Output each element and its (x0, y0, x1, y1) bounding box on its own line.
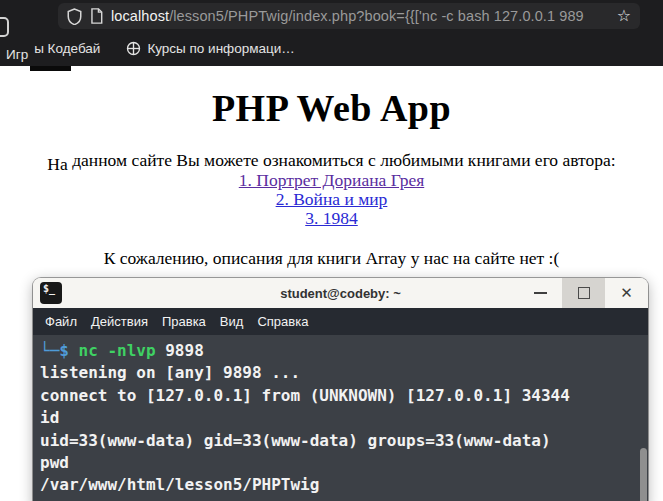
close-button[interactable]: ✕ (605, 278, 648, 308)
bookmark-label-part: ы Кодебай (34, 41, 100, 56)
url-bar[interactable]: localhost/lesson5/PHPTwig/index.php?book… (58, 3, 640, 29)
page-title: PHP Web App (0, 86, 663, 130)
intro-rest: данном сайте Вы можете ознакомиться с лю… (68, 150, 616, 170)
terminal-titlebar[interactable]: $_ student@codeby: ~ ✕ (33, 278, 648, 308)
web-page: PHP Web App На данном сайте Вы можете оз… (0, 66, 663, 269)
page-icon[interactable] (90, 8, 103, 24)
terminal-line: ^c (40, 497, 648, 501)
book-link-1[interactable]: 1. Портрет Дориана Грея (0, 171, 663, 190)
terminal-output: └─$ nc -nlvp 9898listening on [any] 9898… (33, 335, 648, 501)
globe-icon (126, 41, 141, 56)
intro-text: На данном сайте Вы можете ознакомиться с… (0, 151, 663, 170)
minimize-button[interactable] (519, 278, 562, 308)
menu-item-1[interactable]: Файл (38, 314, 84, 329)
browser-chrome: localhost/lesson5/PHPTwig/index.php?book… (0, 0, 663, 66)
terminal-app-icon: $_ (40, 282, 62, 304)
url-text[interactable]: localhost/lesson5/PHPTwig/index.php?book… (111, 8, 609, 24)
bookmark-item-courses[interactable]: Курсы по информаци… (126, 41, 294, 56)
error-message: К сожалению, описания для книги Array у … (0, 248, 663, 269)
terminal-line: uid=33(www-data) gid=33(www-data) groups… (40, 430, 648, 452)
menu-item-5[interactable]: Справка (250, 314, 315, 329)
maximize-icon (578, 287, 590, 299)
bookmark-label: Курсы по информаци… (147, 41, 294, 56)
url-path: /lesson5/PHPTwig/index.php?book={{['nc -… (169, 8, 584, 24)
book-link-2[interactable]: 2. Война и мир (0, 190, 663, 209)
minimize-icon (534, 292, 547, 294)
bookmarks-bar: Игры Кодебай Курсы по информаци… (0, 35, 663, 61)
terminal-line: id (40, 407, 648, 429)
window-controls: ✕ (519, 278, 648, 308)
menu-item-4[interactable]: Вид (213, 314, 251, 329)
url-host: localhost (111, 8, 169, 24)
terminal-line: pwd (40, 452, 648, 474)
intro-first-word: На (47, 155, 67, 174)
terminal-line: listening on [any] 9898 ... (40, 362, 648, 384)
terminal-window: $_ student@codeby: ~ ✕ ФайлДействияПравк… (33, 278, 648, 501)
terminal-scrollbar[interactable] (640, 448, 647, 501)
terminal-line: /var/www/html/lesson5/PHPTwig (40, 474, 648, 496)
terminal-menubar: ФайлДействияПравкаВидСправка (33, 308, 648, 335)
menu-item-3[interactable]: Правка (155, 314, 213, 329)
bookmark-label-part: Игр (6, 47, 28, 62)
book-links: 1. Портрет Дориана Грея2. Война и мир3. … (0, 171, 663, 228)
book-link-3[interactable]: 3. 1984 (0, 209, 663, 228)
terminal-line: └─$ nc -nlvp 9898 (40, 340, 648, 362)
menu-item-2[interactable]: Действия (84, 314, 155, 329)
terminal-body[interactable]: └─$ nc -nlvp 9898listening on [any] 9898… (33, 335, 648, 501)
terminal-line: connect to [127.0.0.1] from (UNKNOWN) [1… (40, 385, 648, 407)
shield-icon[interactable] (67, 8, 82, 25)
bookmark-star-icon[interactable]: ☆ (617, 8, 631, 24)
screenshot-root: localhost/lesson5/PHPTwig/index.php?book… (0, 0, 663, 501)
maximize-button[interactable] (562, 278, 605, 308)
bookmark-item-codeby-games[interactable]: Игры Кодебай (6, 41, 100, 56)
partial-app-icon (0, 17, 9, 37)
